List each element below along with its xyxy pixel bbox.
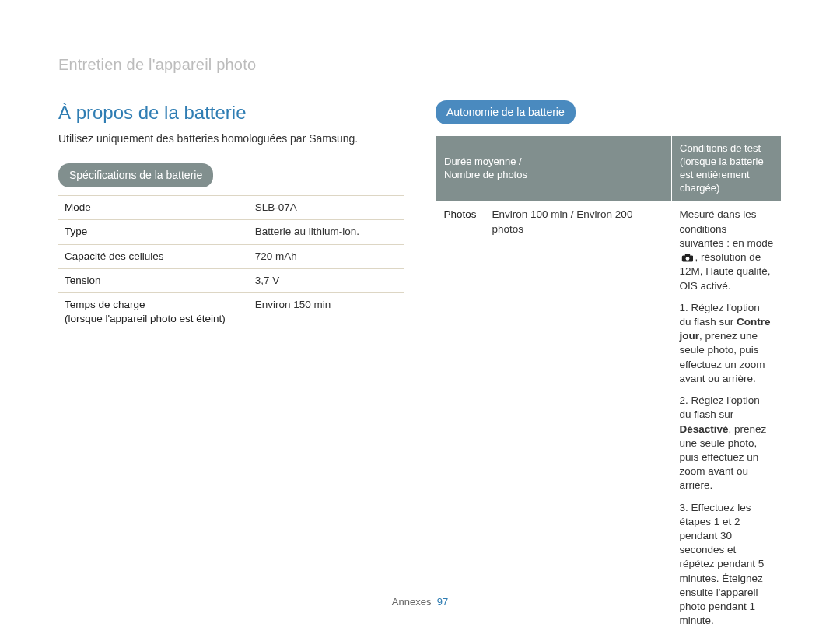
life-table-header: Durée moyenne / Nombre de photos Conditi… [436, 135, 782, 201]
column-right: Autonomie de la batterie Durée moyenne /… [436, 100, 782, 634]
spec-label: Capacité des cellules [58, 244, 249, 268]
svg-point-2 [685, 257, 689, 261]
life-header-line: est entièrement chargée) [680, 169, 750, 194]
page-number: 97 [437, 596, 448, 608]
table-row: Type Batterie au lithium-ion. [58, 220, 404, 244]
spec-value: 3,7 V [249, 268, 404, 292]
life-header-duration: Durée moyenne / Nombre de photos [436, 135, 672, 201]
table-row: Temps de charge (lorsque l'appareil phot… [58, 293, 404, 331]
table-row: Mode SLB-07A [58, 196, 404, 220]
spec-value: Batterie au lithium-ion. [249, 220, 404, 244]
spec-heading-pill: Spécifications de la batterie [58, 163, 213, 187]
footer-section: Annexes [392, 596, 432, 608]
life-cond-intro: Mesuré dans les conditions suivantes : e… [680, 208, 774, 292]
text-span: 2. Réglez l'option du flash sur [680, 394, 760, 420]
life-row-value: Environ 100 min / Environ 200 photos [485, 201, 672, 634]
table-row: Photos Environ 100 min / Environ 200 pho… [436, 201, 782, 634]
spec-value: 720 mAh [249, 244, 404, 268]
spec-value: Environ 150 min [249, 293, 404, 331]
svg-rect-1 [684, 254, 689, 256]
life-header-conditions: Conditions de test (lorsque la batterie … [672, 135, 782, 201]
spec-value: SLB-07A [249, 196, 404, 220]
life-header-line: Conditions de test (lorsque la batterie [680, 142, 764, 167]
column-left: À propos de la batterie Utilisez uniquem… [58, 100, 404, 634]
spec-table: Mode SLB-07A Type Batterie au lithium-io… [58, 195, 404, 331]
life-header-line: Nombre de photos [444, 169, 527, 180]
page-footer: Annexes 97 [0, 595, 840, 609]
life-row-conditions: Mesuré dans les conditions suivantes : e… [672, 201, 782, 634]
spec-label: Tension [58, 268, 249, 292]
text-bold: Désactivé [680, 423, 729, 435]
spec-label: Type [58, 220, 249, 244]
life-table: Durée moyenne / Nombre de photos Conditi… [436, 135, 782, 634]
page-title: À propos de la batterie [58, 100, 404, 125]
text-span: Mesuré dans les conditions suivantes : e… [680, 208, 774, 248]
breadcrumb: Entretien de l'appareil photo [58, 54, 782, 75]
camera-icon [681, 254, 694, 263]
life-cond-step: 1. Réglez l'option du flash sur Contre j… [680, 301, 774, 386]
intro-text: Utilisez uniquement des batteries homolo… [58, 131, 404, 146]
spec-label: Mode [58, 196, 249, 220]
life-row-label: Photos [436, 201, 485, 634]
spec-label-main: Temps de charge [65, 299, 145, 310]
table-row: Tension 3,7 V [58, 268, 404, 292]
spec-label: Temps de charge (lorsque l'appareil phot… [58, 293, 249, 331]
table-row: Capacité des cellules 720 mAh [58, 244, 404, 268]
life-cond-step: 2. Réglez l'option du flash sur Désactiv… [680, 394, 774, 493]
life-header-line: Durée moyenne / [444, 156, 522, 167]
life-heading-pill: Autonomie de la batterie [436, 100, 576, 124]
spec-label-sub: (lorsque l'appareil photo est éteint) [65, 312, 243, 326]
